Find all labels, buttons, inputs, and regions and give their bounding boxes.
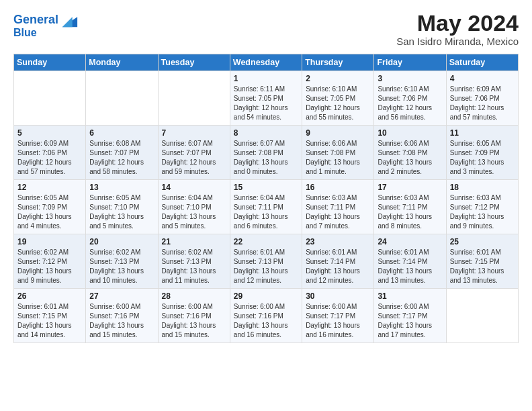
calendar-cell: 29Sunrise: 6:00 AM Sunset: 7:16 PM Dayli… — [230, 289, 302, 343]
day-number: 21 — [162, 237, 226, 246]
calendar-cell: 22Sunrise: 6:01 AM Sunset: 7:13 PM Dayli… — [230, 234, 302, 289]
title-block: May 2024 San Isidro Miranda, Mexico — [396, 11, 519, 47]
day-number: 28 — [162, 291, 226, 301]
day-info: Sunrise: 6:03 AM Sunset: 7:12 PM Dayligh… — [450, 193, 515, 231]
day-info: Sunrise: 6:01 AM Sunset: 7:15 PM Dayligh… — [17, 302, 82, 340]
weekday-header-monday: Monday — [86, 54, 158, 71]
calendar-cell: 4Sunrise: 6:09 AM Sunset: 7:06 PM Daylig… — [446, 71, 518, 126]
svg-marker-1 — [62, 17, 73, 27]
day-info: Sunrise: 6:09 AM Sunset: 7:06 PM Dayligh… — [450, 85, 515, 122]
calendar-title: May 2024 — [396, 11, 519, 36]
day-number: 1 — [234, 74, 298, 83]
day-info: Sunrise: 6:05 AM Sunset: 7:09 PM Dayligh… — [450, 139, 515, 177]
day-info: Sunrise: 6:10 AM Sunset: 7:05 PM Dayligh… — [306, 85, 370, 122]
day-number: 31 — [378, 291, 442, 301]
calendar-cell: 10Sunrise: 6:06 AM Sunset: 7:08 PM Dayli… — [374, 126, 446, 180]
calendar-cell — [158, 71, 230, 126]
calendar-cell: 26Sunrise: 6:01 AM Sunset: 7:15 PM Dayli… — [14, 289, 86, 343]
day-number: 30 — [306, 291, 370, 301]
day-number: 7 — [162, 128, 226, 138]
calendar-cell: 18Sunrise: 6:03 AM Sunset: 7:12 PM Dayli… — [446, 180, 518, 234]
day-info: Sunrise: 6:06 AM Sunset: 7:08 PM Dayligh… — [378, 139, 442, 177]
calendar-week-row: 19Sunrise: 6:02 AM Sunset: 7:12 PM Dayli… — [14, 234, 519, 289]
day-number: 12 — [17, 183, 82, 192]
calendar-cell: 15Sunrise: 6:04 AM Sunset: 7:11 PM Dayli… — [230, 180, 302, 234]
day-number: 17 — [378, 183, 442, 192]
calendar-cell: 23Sunrise: 6:01 AM Sunset: 7:14 PM Dayli… — [302, 234, 374, 289]
calendar-cell: 6Sunrise: 6:08 AM Sunset: 7:07 PM Daylig… — [86, 126, 158, 180]
calendar-cell — [14, 71, 86, 126]
calendar-cell: 27Sunrise: 6:00 AM Sunset: 7:16 PM Dayli… — [86, 289, 158, 343]
day-info: Sunrise: 6:02 AM Sunset: 7:12 PM Dayligh… — [17, 248, 82, 285]
logo: General Blue — [13, 11, 79, 39]
day-info: Sunrise: 6:01 AM Sunset: 7:14 PM Dayligh… — [306, 248, 370, 285]
calendar-cell: 3Sunrise: 6:10 AM Sunset: 7:06 PM Daylig… — [374, 71, 446, 126]
day-number: 5 — [17, 128, 82, 138]
weekday-header-wednesday: Wednesday — [230, 54, 302, 71]
day-info: Sunrise: 6:02 AM Sunset: 7:13 PM Dayligh… — [162, 248, 226, 285]
day-info: Sunrise: 6:00 AM Sunset: 7:16 PM Dayligh… — [89, 302, 154, 340]
day-number: 8 — [234, 128, 298, 138]
day-info: Sunrise: 6:07 AM Sunset: 7:08 PM Dayligh… — [234, 139, 298, 177]
calendar-cell: 1Sunrise: 6:11 AM Sunset: 7:05 PM Daylig… — [230, 71, 302, 126]
calendar-cell: 9Sunrise: 6:06 AM Sunset: 7:08 PM Daylig… — [302, 126, 374, 180]
day-number: 18 — [450, 183, 515, 192]
calendar-cell: 7Sunrise: 6:07 AM Sunset: 7:07 PM Daylig… — [158, 126, 230, 180]
day-info: Sunrise: 6:05 AM Sunset: 7:09 PM Dayligh… — [17, 193, 82, 231]
day-info: Sunrise: 6:10 AM Sunset: 7:06 PM Dayligh… — [378, 85, 442, 122]
day-info: Sunrise: 6:02 AM Sunset: 7:13 PM Dayligh… — [89, 248, 154, 285]
calendar-week-row: 26Sunrise: 6:01 AM Sunset: 7:15 PM Dayli… — [14, 289, 519, 343]
day-info: Sunrise: 6:03 AM Sunset: 7:11 PM Dayligh… — [306, 193, 370, 231]
logo-icon — [60, 11, 79, 30]
calendar-week-row: 12Sunrise: 6:05 AM Sunset: 7:09 PM Dayli… — [14, 180, 519, 234]
day-info: Sunrise: 6:01 AM Sunset: 7:15 PM Dayligh… — [450, 248, 515, 285]
calendar-cell — [86, 71, 158, 126]
day-info: Sunrise: 6:04 AM Sunset: 7:10 PM Dayligh… — [162, 193, 226, 231]
weekday-header-friday: Friday — [374, 54, 446, 71]
calendar-cell: 20Sunrise: 6:02 AM Sunset: 7:13 PM Dayli… — [86, 234, 158, 289]
calendar-cell: 19Sunrise: 6:02 AM Sunset: 7:12 PM Dayli… — [14, 234, 86, 289]
calendar-cell: 31Sunrise: 6:00 AM Sunset: 7:17 PM Dayli… — [374, 289, 446, 343]
day-info: Sunrise: 6:07 AM Sunset: 7:07 PM Dayligh… — [162, 139, 226, 177]
day-info: Sunrise: 6:00 AM Sunset: 7:16 PM Dayligh… — [162, 302, 226, 340]
day-number: 29 — [234, 291, 298, 301]
day-info: Sunrise: 6:06 AM Sunset: 7:08 PM Dayligh… — [306, 139, 370, 177]
calendar-cell: 5Sunrise: 6:09 AM Sunset: 7:06 PM Daylig… — [14, 126, 86, 180]
day-number: 13 — [89, 183, 154, 192]
day-info: Sunrise: 6:00 AM Sunset: 7:17 PM Dayligh… — [306, 302, 370, 340]
day-info: Sunrise: 6:04 AM Sunset: 7:11 PM Dayligh… — [234, 193, 298, 231]
day-number: 10 — [378, 128, 442, 138]
calendar-page: General Blue May 2024 San Isidro Miranda… — [0, 0, 532, 354]
calendar-week-row: 5Sunrise: 6:09 AM Sunset: 7:06 PM Daylig… — [14, 126, 519, 180]
day-number: 26 — [17, 291, 82, 301]
day-info: Sunrise: 6:05 AM Sunset: 7:10 PM Dayligh… — [89, 193, 154, 231]
day-number: 3 — [378, 74, 442, 83]
weekday-header-sunday: Sunday — [14, 54, 86, 71]
calendar-table: SundayMondayTuesdayWednesdayThursdayFrid… — [13, 54, 519, 343]
header: General Blue May 2024 San Isidro Miranda… — [13, 11, 519, 47]
calendar-cell: 16Sunrise: 6:03 AM Sunset: 7:11 PM Dayli… — [302, 180, 374, 234]
calendar-cell: 21Sunrise: 6:02 AM Sunset: 7:13 PM Dayli… — [158, 234, 230, 289]
day-info: Sunrise: 6:00 AM Sunset: 7:16 PM Dayligh… — [234, 302, 298, 340]
calendar-cell: 8Sunrise: 6:07 AM Sunset: 7:08 PM Daylig… — [230, 126, 302, 180]
weekday-header-row: SundayMondayTuesdayWednesdayThursdayFrid… — [14, 54, 519, 71]
day-number: 15 — [234, 183, 298, 192]
day-number: 27 — [89, 291, 154, 301]
day-number: 25 — [450, 237, 515, 246]
calendar-week-row: 1Sunrise: 6:11 AM Sunset: 7:05 PM Daylig… — [14, 71, 519, 126]
calendar-cell: 13Sunrise: 6:05 AM Sunset: 7:10 PM Dayli… — [86, 180, 158, 234]
weekday-header-tuesday: Tuesday — [158, 54, 230, 71]
day-number: 23 — [306, 237, 370, 246]
day-info: Sunrise: 6:11 AM Sunset: 7:05 PM Dayligh… — [234, 85, 298, 122]
day-number: 22 — [234, 237, 298, 246]
day-number: 14 — [162, 183, 226, 192]
day-number: 20 — [89, 237, 154, 246]
calendar-cell: 30Sunrise: 6:00 AM Sunset: 7:17 PM Dayli… — [302, 289, 374, 343]
calendar-cell: 2Sunrise: 6:10 AM Sunset: 7:05 PM Daylig… — [302, 71, 374, 126]
calendar-cell: 17Sunrise: 6:03 AM Sunset: 7:11 PM Dayli… — [374, 180, 446, 234]
day-number: 19 — [17, 237, 82, 246]
day-info: Sunrise: 6:08 AM Sunset: 7:07 PM Dayligh… — [89, 139, 154, 177]
calendar-cell: 12Sunrise: 6:05 AM Sunset: 7:09 PM Dayli… — [14, 180, 86, 234]
day-number: 4 — [450, 74, 515, 83]
calendar-cell: 28Sunrise: 6:00 AM Sunset: 7:16 PM Dayli… — [158, 289, 230, 343]
